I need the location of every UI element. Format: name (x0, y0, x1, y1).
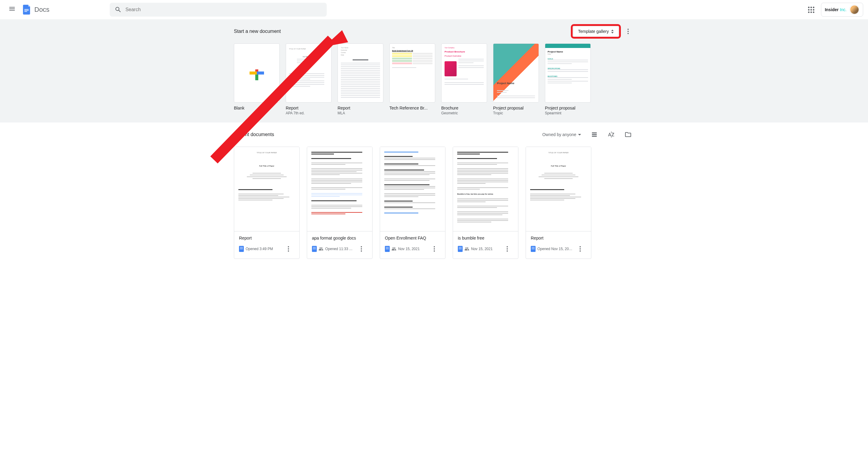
doc-more-button[interactable] (574, 243, 586, 255)
folder-icon (624, 131, 632, 138)
doc-date: Opened 11:33 AM (325, 247, 354, 251)
template-gallery-label: Template gallery (578, 29, 609, 34)
doc-more-button[interactable] (282, 243, 294, 255)
sort-az-icon (608, 131, 615, 138)
google-apps-button[interactable] (804, 2, 818, 17)
template-report-mla[interactable]: Your NameInstructorCourseDate Report MLA (338, 44, 383, 115)
docs-logo-icon (21, 4, 33, 16)
doc-thumb (307, 147, 372, 231)
templates-header: Start a new document Template gallery (234, 24, 634, 39)
unfold-icon (611, 30, 614, 33)
template-thumb: Your Company Product Brochure Product Ov… (441, 44, 487, 103)
apps-grid-icon (808, 7, 814, 13)
list-view-button[interactable] (588, 128, 600, 141)
search-container[interactable] (110, 3, 327, 17)
template-project-spearmint[interactable]: Project Name Date GOALS SPECIFICATIONS M… (545, 44, 591, 115)
template-subtitle: Spearmint (545, 111, 591, 115)
template-thumb (234, 44, 280, 103)
doc-card[interactable]: TITLE OF YOUR PAPER Full Title of Paper (234, 147, 300, 259)
doc-thumb (380, 147, 445, 231)
plus-icon (250, 66, 264, 80)
doc-more-button[interactable] (428, 243, 440, 255)
doc-card[interactable]: TITLE OF YOUR PAPER Full Title of Paper (526, 147, 591, 259)
doc-card[interactable]: Open Enrollment FAQ Nov 15, 2021 (380, 147, 445, 259)
recent-section-title: Recent documents (234, 132, 274, 137)
template-tech-reference[interactable]: Title Bold Underlined Font 18 Tech Refer… (390, 44, 435, 115)
template-blank[interactable]: Blank (234, 44, 280, 115)
doc-title: apa format google docs (312, 236, 367, 240)
template-gallery-button[interactable]: Template gallery (574, 27, 618, 36)
owned-by-filter[interactable]: Owned by anyone (540, 130, 584, 139)
doc-title: is bumble free (458, 236, 513, 240)
doc-more-button[interactable] (501, 243, 513, 255)
template-title: Brochure (441, 106, 487, 110)
template-title: Report (286, 106, 332, 110)
owned-by-label: Owned by anyone (542, 132, 576, 137)
shared-icon (318, 247, 323, 251)
doc-date: Opened 3:49 PM (246, 247, 273, 251)
template-thumb: Project Name (493, 44, 539, 103)
annotation-highlight: Template gallery (571, 24, 621, 39)
template-subtitle: APA 7th ed. (286, 111, 332, 115)
doc-title: Open Enrollment FAQ (385, 236, 440, 240)
template-title: Blank (234, 106, 280, 110)
template-title: Report (338, 106, 383, 110)
doc-title: Report (531, 236, 586, 240)
recent-section: Recent documents Owned by anyone (0, 122, 868, 265)
hamburger-icon (8, 6, 16, 13)
doc-thumb: TITLE OF YOUR PAPER Full Title of Paper (526, 147, 591, 231)
doc-thumb: Bumble is free, but lets you pay for ext… (453, 147, 518, 231)
sort-button[interactable] (605, 128, 617, 141)
template-thumb: TITLE OF YOUR PAPER Full Title of Paper (286, 44, 332, 103)
templates-row: Blank TITLE OF YOUR PAPER Full Title of … (234, 44, 634, 115)
svg-rect-2 (24, 11, 27, 12)
svg-rect-1 (24, 10, 29, 11)
templates-section-title: Start a new document (234, 29, 281, 34)
template-title: Tech Reference Br... (390, 106, 435, 110)
organization-badge[interactable]: Insider Inc. (821, 3, 863, 17)
search-input[interactable] (125, 7, 322, 12)
shared-icon (392, 247, 396, 251)
user-avatar[interactable] (849, 5, 859, 15)
recent-docs-row: TITLE OF YOUR PAPER Full Title of Paper (234, 147, 634, 259)
template-thumb: Project Name Date GOALS SPECIFICATIONS M… (545, 44, 591, 103)
docs-file-icon (385, 246, 390, 252)
docs-file-icon (531, 246, 535, 252)
search-icon (115, 6, 122, 13)
org-name: Insider Inc. (825, 7, 846, 12)
main-menu-button[interactable] (5, 2, 19, 17)
template-subtitle: Geometric (441, 111, 487, 115)
doc-date: Nov 15, 2021 (398, 247, 420, 251)
doc-title: Report (239, 236, 294, 240)
docs-file-icon (458, 246, 463, 252)
template-project-tropic[interactable]: Project Name Project proposal Tropic (493, 44, 539, 115)
header-right: Insider Inc. (804, 2, 863, 17)
svg-rect-0 (24, 9, 29, 10)
template-report-apa[interactable]: TITLE OF YOUR PAPER Full Title of Paper … (286, 44, 332, 115)
docs-file-icon (239, 246, 244, 252)
app-name: Docs (34, 6, 50, 13)
app-header: Docs Insider Inc. (0, 0, 868, 19)
dropdown-icon (578, 134, 581, 136)
doc-card[interactable]: Bumble is free, but lets you pay for ext… (453, 147, 518, 259)
docs-file-icon (312, 246, 317, 252)
templates-section: Start a new document Template gallery (0, 19, 868, 122)
template-title: Project proposal (493, 106, 539, 110)
folder-button[interactable] (622, 128, 634, 141)
template-thumb: Title Bold Underlined Font 18 (390, 44, 435, 103)
doc-more-button[interactable] (355, 243, 367, 255)
template-title: Project proposal (545, 106, 591, 110)
doc-card[interactable]: apa format google docs Opened 11:33 AM (307, 147, 373, 259)
doc-date: Opened Nov 15, 2021 (537, 247, 572, 251)
template-thumb: Your NameInstructorCourseDate (338, 44, 383, 103)
shared-icon (464, 247, 469, 251)
template-subtitle: MLA (338, 111, 383, 115)
recent-header: Recent documents Owned by anyone (234, 128, 634, 141)
logo-section[interactable]: Docs (21, 4, 50, 16)
templates-more-button[interactable] (622, 25, 634, 37)
template-subtitle: Tropic (493, 111, 539, 115)
doc-thumb: TITLE OF YOUR PAPER Full Title of Paper (234, 147, 299, 231)
template-brochure[interactable]: Your Company Product Brochure Product Ov… (441, 44, 487, 115)
doc-date: Nov 15, 2021 (471, 247, 493, 251)
list-icon (591, 131, 598, 138)
